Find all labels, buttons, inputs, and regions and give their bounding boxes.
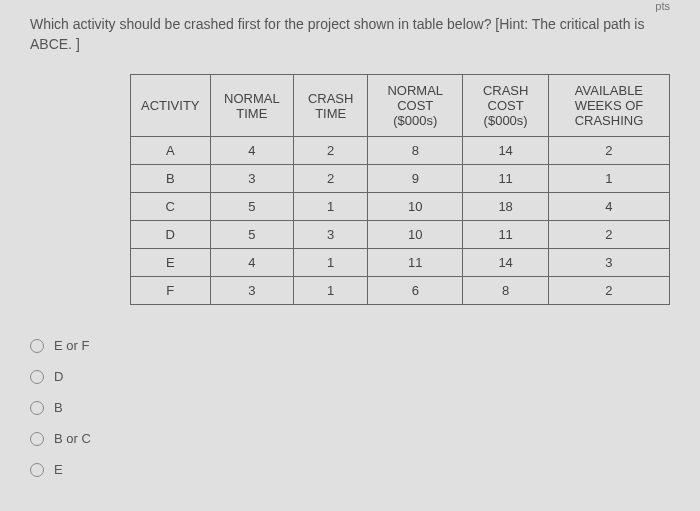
cell-crash-time: 1 xyxy=(294,193,368,221)
table-row: D 5 3 10 11 2 xyxy=(131,221,670,249)
cell-activity: F xyxy=(131,277,211,305)
cell-normal-time: 5 xyxy=(210,193,294,221)
question-text: Which activity should be crashed first f… xyxy=(30,15,670,54)
cell-normal-time: 3 xyxy=(210,165,294,193)
cell-normal-time: 4 xyxy=(210,137,294,165)
table-row: E 4 1 11 14 3 xyxy=(131,249,670,277)
cell-crash-time: 2 xyxy=(294,137,368,165)
cell-normal-time: 4 xyxy=(210,249,294,277)
cell-normal-cost: 10 xyxy=(368,221,463,249)
cell-available: 4 xyxy=(548,193,669,221)
header-normal-time: NORMAL TIME xyxy=(210,75,294,137)
data-table-container: ACTIVITY NORMAL TIME CRASH TIME NORMAL C… xyxy=(130,74,670,305)
header-activity: ACTIVITY xyxy=(131,75,211,137)
cell-normal-time: 3 xyxy=(210,277,294,305)
option-b[interactable]: B xyxy=(30,392,670,423)
option-d[interactable]: D xyxy=(30,361,670,392)
option-b-or-c[interactable]: B or C xyxy=(30,423,670,454)
cell-normal-cost: 8 xyxy=(368,137,463,165)
cell-crash-cost: 18 xyxy=(463,193,549,221)
cell-crash-time: 3 xyxy=(294,221,368,249)
cell-available: 2 xyxy=(548,137,669,165)
cell-activity: E xyxy=(131,249,211,277)
radio-icon xyxy=(30,463,44,477)
option-label: D xyxy=(54,369,63,384)
cell-activity: D xyxy=(131,221,211,249)
header-crash-time: CRASH TIME xyxy=(294,75,368,137)
cell-available: 2 xyxy=(548,221,669,249)
cell-crash-time: 1 xyxy=(294,277,368,305)
activity-table: ACTIVITY NORMAL TIME CRASH TIME NORMAL C… xyxy=(130,74,670,305)
option-e-or-f[interactable]: E or F xyxy=(30,330,670,361)
option-label: B xyxy=(54,400,63,415)
option-label: E or F xyxy=(54,338,89,353)
cell-normal-cost: 11 xyxy=(368,249,463,277)
answer-options: E or F D B B or C E xyxy=(30,330,670,485)
cell-activity: C xyxy=(131,193,211,221)
cell-normal-cost: 6 xyxy=(368,277,463,305)
cell-crash-cost: 11 xyxy=(463,165,549,193)
cell-normal-time: 5 xyxy=(210,221,294,249)
option-e[interactable]: E xyxy=(30,454,670,485)
cell-available: 3 xyxy=(548,249,669,277)
radio-icon xyxy=(30,432,44,446)
cell-crash-cost: 11 xyxy=(463,221,549,249)
cell-crash-cost: 8 xyxy=(463,277,549,305)
radio-icon xyxy=(30,370,44,384)
cell-normal-cost: 9 xyxy=(368,165,463,193)
cell-crash-time: 2 xyxy=(294,165,368,193)
table-header-row: ACTIVITY NORMAL TIME CRASH TIME NORMAL C… xyxy=(131,75,670,137)
cell-normal-cost: 10 xyxy=(368,193,463,221)
option-label: E xyxy=(54,462,63,477)
header-available: AVAILABLE WEEKS OF CRASHING xyxy=(548,75,669,137)
cell-activity: B xyxy=(131,165,211,193)
cell-crash-cost: 14 xyxy=(463,137,549,165)
cell-crash-cost: 14 xyxy=(463,249,549,277)
cell-available: 1 xyxy=(548,165,669,193)
points-fragment: pts xyxy=(655,0,670,12)
cell-crash-time: 1 xyxy=(294,249,368,277)
table-row: F 3 1 6 8 2 xyxy=(131,277,670,305)
table-row: A 4 2 8 14 2 xyxy=(131,137,670,165)
table-row: B 3 2 9 11 1 xyxy=(131,165,670,193)
option-label: B or C xyxy=(54,431,91,446)
radio-icon xyxy=(30,401,44,415)
cell-available: 2 xyxy=(548,277,669,305)
radio-icon xyxy=(30,339,44,353)
header-crash-cost: CRASH COST ($000s) xyxy=(463,75,549,137)
cell-activity: A xyxy=(131,137,211,165)
table-row: C 5 1 10 18 4 xyxy=(131,193,670,221)
header-normal-cost: NORMAL COST ($000s) xyxy=(368,75,463,137)
